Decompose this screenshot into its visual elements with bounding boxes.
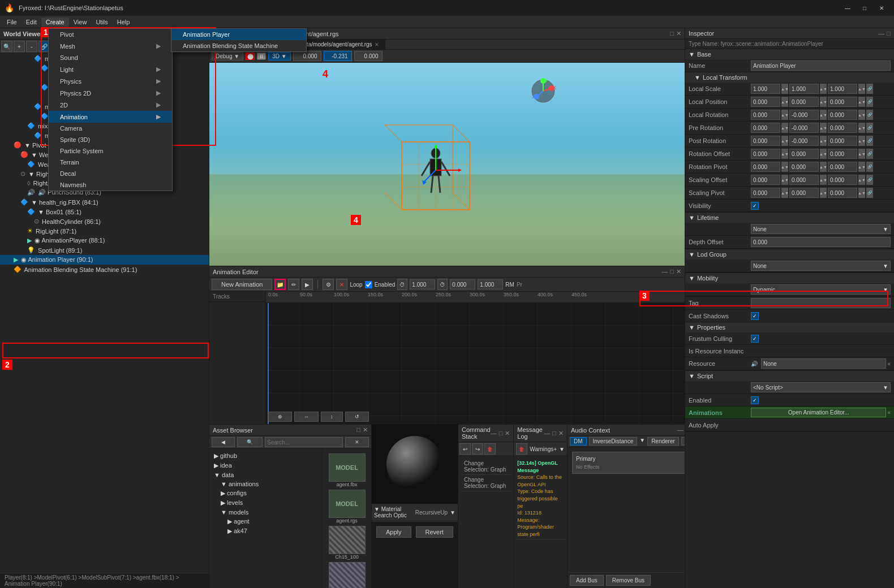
rotoff-y[interactable] [789, 149, 819, 159]
anim-editor-close[interactable]: ✕ [676, 268, 681, 275]
asset-browser-close[interactable]: ✕ [363, 426, 368, 434]
scaleoff-y[interactable] [789, 175, 819, 185]
remove-bus-btn[interactable]: Remove Bus [606, 575, 651, 586]
inspector-script-header[interactable]: ▼ Script [685, 371, 894, 381]
postrot-x[interactable] [751, 136, 780, 146]
tree-item-animplayer90[interactable]: ▶ ◉ Animation Player (90:1) [0, 255, 209, 265]
ab-tree-data[interactable]: ▼ data [212, 470, 320, 479]
create-camera[interactable]: Camera [49, 123, 172, 134]
scaleoff-x[interactable] [751, 175, 780, 185]
scene-x-coord[interactable] [293, 51, 321, 61]
tree-item-healthcylinder[interactable]: ⊙ HealthCylinder (86:1) [0, 217, 209, 226]
scalepiv-z-spin[interactable]: ▲▼ [858, 188, 865, 198]
anim-scale-btn[interactable]: ↕ [321, 412, 343, 422]
create-mesh[interactable]: Mesh ▶ [49, 40, 172, 52]
rotoff-link[interactable]: 🔗 [866, 149, 873, 159]
localpos-z-spin[interactable]: ▲▼ [858, 97, 865, 107]
postrot-y-spin[interactable]: ▲▼ [820, 136, 827, 146]
prerot-z[interactable] [828, 123, 857, 133]
localpos-x[interactable] [751, 97, 780, 107]
anim-time-start-input[interactable] [450, 279, 475, 289]
create-physics[interactable]: Physics ▶ [49, 75, 172, 87]
scalepiv-z[interactable] [828, 188, 857, 198]
lifetime-dropdown[interactable]: None ▼ [751, 224, 891, 234]
rotpiv-link[interactable]: 🔗 [866, 162, 873, 172]
lodgroup-dropdown[interactable]: None ▼ [751, 261, 891, 271]
postrot-y[interactable] [789, 136, 819, 146]
prerot-link[interactable]: 🔗 [866, 123, 873, 133]
ab-back-btn[interactable]: ◀ [212, 437, 235, 447]
ab-tree-configs[interactable]: ▶ configs [212, 488, 320, 498]
audio-tab-renderer[interactable]: Renderer [647, 437, 679, 446]
create-animation-blending[interactable]: Animation Blending State Machine [171, 40, 306, 51]
cmd-stack-expand[interactable]: □ [499, 430, 503, 437]
script-enabled-checkbox[interactable]: ✓ [751, 396, 759, 404]
anim-settings-icon[interactable]: ⚙ [323, 279, 334, 290]
mat-apply-btn[interactable]: Apply [376, 526, 411, 538]
localpos-link[interactable]: 🔗 [866, 97, 873, 107]
anim-arrow-icon[interactable]: « [887, 409, 891, 416]
anim-loop-checkbox[interactable] [365, 281, 372, 288]
rotpiv-y-spin[interactable]: ▲▼ [820, 162, 827, 172]
rotoff-x[interactable] [751, 149, 780, 159]
ab-tree-idea[interactable]: ▶ idea [212, 461, 320, 470]
tree-item-spotlight[interactable]: 💡 SpotLight (89:1) [0, 245, 209, 255]
scalepiv-x[interactable] [751, 188, 780, 198]
anim-folder-icon[interactable]: 📁 [274, 279, 286, 290]
tag-input[interactable] [751, 298, 891, 308]
ab-file-agent-fbx[interactable]: MODEL agent.fbx [327, 453, 367, 487]
menu-help[interactable]: Help [113, 18, 135, 27]
localscale-link[interactable]: 🔗 [866, 84, 873, 94]
rotpiv-z-spin[interactable]: ▲▼ [858, 162, 865, 172]
localscale-z-spin[interactable]: ▲▼ [858, 84, 865, 94]
prerot-y-spin[interactable]: ▲▼ [820, 123, 827, 133]
ml-filter-dropdown[interactable]: ▼ [559, 446, 565, 452]
rotpiv-x[interactable] [751, 162, 780, 172]
ab-tree-agent[interactable]: ▶ agent [212, 517, 320, 526]
inspector-minimize[interactable]: — [878, 30, 884, 37]
scalepiv-x-spin[interactable]: ▲▼ [781, 188, 788, 198]
scaleoff-link[interactable]: 🔗 [866, 175, 873, 185]
inspector-properties-header[interactable]: ▼ Properties [685, 322, 894, 332]
castshadows-checkbox[interactable]: ✓ [751, 312, 759, 320]
inspector-lifetime-header[interactable]: ▼ Lifetime [685, 213, 894, 223]
anim-move-btn[interactable]: ↔ [294, 412, 319, 422]
postrot-z[interactable] [828, 136, 857, 146]
rotoff-z-spin[interactable]: ▲▼ [858, 149, 865, 159]
insp-name-input[interactable] [751, 60, 891, 71]
create-light[interactable]: Light ▶ [49, 63, 172, 75]
menu-utils[interactable]: Utils [91, 18, 112, 27]
scalepiv-link[interactable]: 🔗 [866, 188, 873, 198]
localpos-z[interactable] [828, 97, 857, 107]
create-pivot[interactable]: Pivot [49, 29, 172, 40]
postrot-z-spin[interactable]: ▲▼ [858, 136, 865, 146]
minimize-button[interactable]: — [840, 2, 856, 14]
scene-debug-btn[interactable]: Debug ▼ [212, 52, 243, 60]
ab-forward-btn[interactable]: 🔍 [237, 437, 263, 447]
localscale-y[interactable] [789, 84, 819, 94]
localrot-y-spin[interactable]: ▲▼ [820, 110, 827, 120]
scaleoff-z[interactable] [828, 175, 857, 185]
prerot-x[interactable] [751, 123, 780, 133]
ml-clear-btn[interactable]: 🗑 [516, 443, 527, 455]
search-btn[interactable]: 🔍 [1, 41, 12, 52]
ab-tree-animations[interactable]: ▼ animations [212, 479, 320, 488]
create-sprite3d[interactable]: Sprite (3D) [49, 134, 172, 145]
audio-tab-arrow-1[interactable]: ▼ [639, 437, 645, 446]
menu-create[interactable]: Create [41, 18, 69, 27]
ab-file-ch15-1[interactable]: Ch15_100 [327, 526, 367, 560]
create-decal[interactable]: Decal [49, 168, 172, 179]
create-navmesh[interactable]: Navmesh [49, 179, 172, 191]
anim-editor-minimize[interactable]: — [661, 268, 668, 275]
mat-revert-btn[interactable]: Revert [416, 526, 453, 538]
tree-item-health-rig[interactable]: 🔷 ▼ health_rig.FBX (84:1) [0, 197, 209, 207]
create-animation[interactable]: Animation ▶ [49, 111, 172, 123]
inspector-mobility-header[interactable]: ▼ Mobility [685, 273, 894, 283]
anim-editor-expand[interactable]: □ [670, 268, 674, 275]
anim-edit-icon[interactable]: ✏ [288, 279, 299, 290]
add-bus-btn[interactable]: Add Bus [570, 575, 604, 586]
localscale-x[interactable] [751, 84, 780, 94]
localpos-y-spin[interactable]: ▲▼ [820, 97, 827, 107]
new-anim-btn[interactable]: New Animation [212, 279, 272, 290]
menu-file[interactable]: File [2, 18, 22, 27]
